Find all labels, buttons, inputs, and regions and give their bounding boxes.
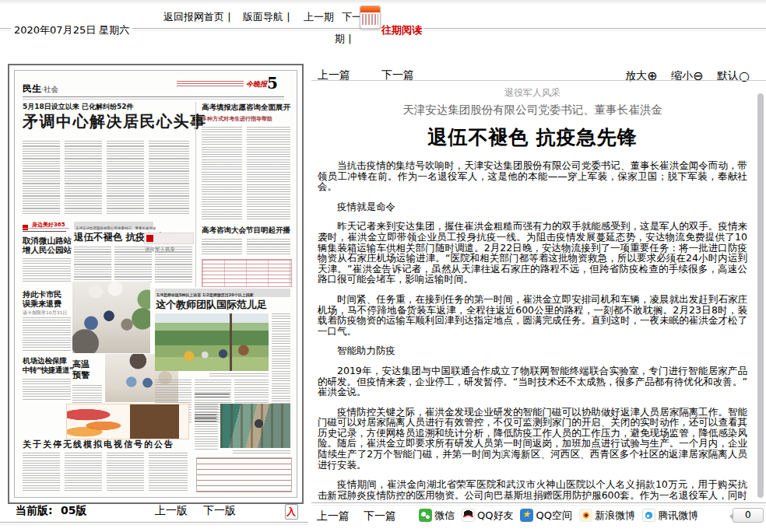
heat-warning-line1: 高温	[72, 360, 90, 369]
section-title-rest: ·社会	[41, 85, 58, 93]
paragraph: 时间紧、任务重，在接到任务的第一时间，崔洪金立即安排司机和车辆，凌晨就出发赶到石…	[318, 294, 747, 336]
veteran-kicker: 天津安达集团股份有限公司党委书记、董事长崔洪金	[76, 226, 156, 230]
calendar-icon-header	[360, 6, 380, 12]
metro-headline-line1: 取消微山路站	[23, 236, 72, 246]
share-more-button[interactable]	[705, 509, 721, 522]
issue-date: 2020年07月25日 星期六	[11, 23, 132, 37]
nav-next-issue-link-part2[interactable]: 期 |	[333, 32, 353, 46]
metro-headline-line2: 增人民公园站	[23, 246, 72, 255]
newspaper-page-image[interactable]: 民生·社会 今晚报 5 5月18日设立以来 已化解纠纷52件 矛调中心解决居民心…	[14, 70, 297, 498]
simulated-text	[107, 453, 144, 492]
qzone-icon	[520, 509, 533, 522]
simulated-text	[23, 453, 60, 492]
paper-name: 今晚报	[246, 79, 267, 89]
zoom-in-button[interactable]: 放大⊕	[625, 68, 657, 83]
masthead-rule	[23, 96, 284, 100]
share-label: QQ好友	[477, 509, 513, 523]
page-number: 5	[267, 74, 278, 93]
simulated-text	[23, 258, 71, 283]
share-wechat-button[interactable]: 微信	[419, 509, 455, 523]
nav-layout-link[interactable]: 版面导航 |	[241, 10, 292, 24]
zoom-out-button[interactable]: 缩小⊖	[671, 68, 703, 83]
paragraph: 疫情期间，崔洪金向湖北省荣军医院和武汉市火神山医院以个人名义捐款10万元，用于购…	[318, 479, 747, 501]
simulated-text	[149, 141, 189, 215]
article-scrollbar[interactable]	[757, 93, 764, 498]
share-label: 微信	[434, 509, 455, 523]
heat-warning-line2: 预警	[72, 371, 90, 380]
photo-caption	[209, 373, 269, 376]
photo-caption	[233, 450, 290, 453]
pdf-icon[interactable]	[285, 504, 298, 520]
newspaper-thumbnail[interactable]: 民生·社会 今晚报 5 5月18日设立以来 已化解纠纷52件 矛调中心解决居民心…	[8, 64, 304, 504]
prev-article-link-bottom[interactable]: 上一篇	[317, 509, 350, 523]
current-page-value: 05版	[61, 504, 86, 518]
section-title: 民生·社会	[23, 80, 58, 96]
card-note: 该卡期限至10月31日	[23, 310, 67, 316]
plus-share-icon	[705, 509, 719, 522]
share-count-bubble[interactable]: 0	[733, 508, 764, 523]
gaokao-tv-headline: 高考咨询大会节目明起开播	[202, 226, 290, 234]
share-label: 新浪微博	[595, 509, 635, 523]
teachers-kicker-bar: 1/4老师会说5种以上语言 1/2老师游历过20个以上国家	[155, 289, 290, 297]
simulated-text	[155, 247, 192, 282]
teachers-kicker: 1/4老师会说5种以上语言 1/2老师游历过20个以上国家	[156, 292, 254, 298]
simulated-text	[247, 239, 290, 256]
simulated-bold-text	[195, 394, 230, 400]
next-page-link[interactable]: 下一版	[203, 504, 236, 518]
red-square-icon	[146, 235, 153, 242]
advertisement	[66, 404, 189, 439]
archive-reading-link[interactable]: 往期阅读	[380, 23, 423, 37]
share-bar: 微信QQ好友QQ空间新浪微博腾讯微博	[419, 509, 721, 523]
qq-friend-icon	[462, 509, 475, 522]
simulated-text	[114, 247, 152, 282]
masthead-info-text	[177, 81, 244, 86]
share-qzone-button[interactable]: QQ空间	[520, 509, 571, 523]
gaokao-consult-subtitle: 多种方式对考生进行指导帮助	[202, 115, 272, 123]
reader-footer-divider	[311, 502, 766, 506]
next-article-link-bottom[interactable]: 下一篇	[364, 509, 396, 523]
veteran-kicker-bar: 天津安达集团股份有限公司党委书记、董事长崔洪金	[74, 222, 153, 229]
card-headline-line2: 误乘来退费	[23, 299, 61, 308]
simulated-text	[149, 453, 188, 492]
zoom-default-button[interactable]: 默认○	[717, 68, 750, 83]
calendar-icon[interactable]	[360, 5, 381, 29]
simulated-bold-text	[195, 415, 216, 422]
section-heading: 疫情就是命令	[318, 201, 747, 212]
article-subtitle: 天津安达集团股份有限公司党委书记、董事长崔洪金	[318, 103, 747, 117]
section-title-bold: 民生	[23, 83, 41, 94]
info-box	[196, 457, 292, 492]
zoom-default-icon: ○	[739, 68, 750, 83]
calendar-icon-grid	[362, 14, 378, 25]
airport-headline-line1: 机场边检保障	[23, 357, 67, 365]
article-title: 退伍不褪色 抗疫急先锋	[318, 124, 747, 150]
nav-prev-issue-link[interactable]: 上一期	[302, 10, 336, 24]
share-sina-button[interactable]: 新浪微博	[579, 509, 635, 523]
park-teachers-photo	[155, 313, 269, 371]
article-kicker: 退役军人风采	[318, 86, 747, 100]
zoom-out-icon: ⊖	[693, 68, 703, 83]
main-article-headline: 矛调中心解决居民心头事	[23, 113, 207, 130]
tencent-weibo-icon	[642, 509, 655, 522]
nav-home-link[interactable]: 返回报网首页 |	[162, 10, 233, 24]
simulated-text	[23, 317, 71, 352]
article-body: 当抗击疫情的集结号吹响时，天津安达集团股份有限公司党委书记、董事长崔洪金闻令而动…	[318, 160, 747, 501]
sina-weibo-icon	[579, 509, 592, 522]
schedule-table	[202, 259, 292, 287]
simulated-text	[272, 313, 290, 415]
share-tqq-button[interactable]: 腾讯微博	[642, 509, 698, 523]
share-qq-button[interactable]: QQ好友	[462, 509, 513, 523]
paragraph: 当抗击疫情的集结号吹响时，天津安达集团股份有限公司党委书记、董事长崔洪金闻令而动…	[318, 160, 747, 192]
simulated-text	[65, 141, 102, 215]
gaokao-consult-headline: 高考填报志愿咨询全面展开	[202, 103, 290, 111]
simulated-text	[23, 379, 71, 401]
teachers-headline: 这个教师团队国际范儿足	[156, 299, 267, 310]
share-label: QQ空间	[536, 509, 571, 523]
article-view: 退役军人风采 天津安达集团股份有限公司党委书记、董事长崔洪金 退伍不褪色 抗疫急…	[318, 84, 747, 501]
simulated-text	[107, 141, 144, 215]
library-photo	[220, 404, 290, 448]
share-label: 腾讯微博	[658, 509, 698, 523]
simulated-text	[23, 141, 60, 215]
paragraph: 2019年，安达集团与中国联通合作成立了物联网智能终端联合实验室，专门进行智能居…	[318, 366, 747, 397]
prev-page-link[interactable]: 上一版	[155, 504, 188, 518]
zoom-in-icon: ⊕	[647, 68, 657, 83]
